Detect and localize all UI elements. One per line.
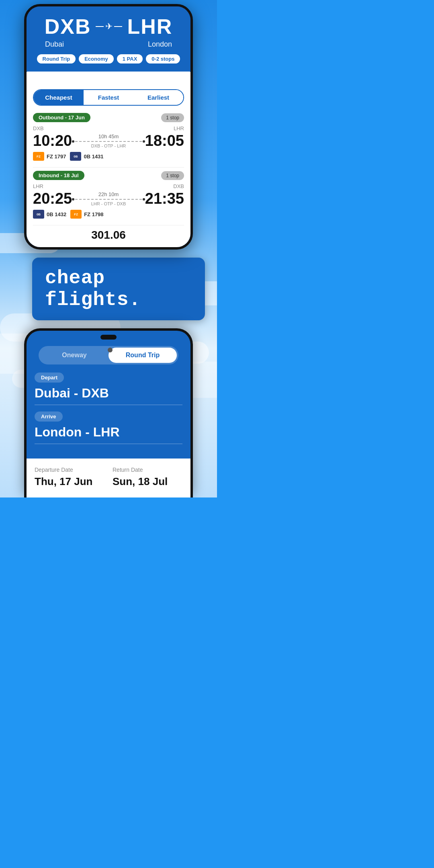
price-value: 301.06 xyxy=(91,229,126,241)
city-row: Dubai London xyxy=(33,40,184,49)
return-date-col[interactable]: Return Date Sun, 18 Jul xyxy=(113,467,182,488)
inbound-airports: LHR DXB xyxy=(33,183,184,189)
outbound-route: DXB - OTP - LHR xyxy=(72,143,145,148)
departure-date-value: Thu, 17 Jun xyxy=(35,475,104,488)
tab-earliest[interactable]: Earliest xyxy=(133,90,183,105)
form-section: Depart Dubai - DXB Arrive London - LHR xyxy=(27,373,190,459)
wave-divider xyxy=(27,72,190,84)
inbound-times: 20:25 22h 10m LHR - OTP - DXB 21:35 xyxy=(33,190,184,207)
inbound-airline-1: 0B 0B 1432 xyxy=(33,210,66,219)
plane-icon: ✈ xyxy=(96,21,122,32)
airports-row: DXB ✈ LHR xyxy=(33,14,184,39)
outbound-airports: DXB LHR xyxy=(33,125,184,131)
trip-option-oneway[interactable]: Oneway xyxy=(40,348,108,363)
origin-code: DXB xyxy=(45,14,91,39)
trip-toggle[interactable]: Oneway Round Trip xyxy=(39,346,178,364)
inbound-airline-2: FZ FZ 1798 xyxy=(70,210,103,219)
inbound-duration: 22h 10m xyxy=(72,191,145,197)
inbound-duration-info: 22h 10m LHR - OTP - DXB xyxy=(72,191,145,206)
phone1-header: DXB ✈ LHR Dubai London Round Trip Econom… xyxy=(27,6,190,72)
destination-city: London xyxy=(148,40,172,49)
price-preview: 301.06 xyxy=(33,225,184,247)
tarom-logo-2: 0B xyxy=(33,210,44,219)
outbound-label: Outbound - 17 Jun xyxy=(33,113,90,122)
outbound-airline-2: 0B 0B 1431 xyxy=(70,152,103,161)
flydubai-logo-2: FZ xyxy=(70,210,82,219)
middle-section: cheap flights. xyxy=(0,246,217,328)
filter-tabs: Cheapest Fastest Earliest xyxy=(33,89,184,106)
tab-cheapest[interactable]: Cheapest xyxy=(34,90,84,105)
cheap-flights-box: cheap flights. xyxy=(32,258,205,320)
trip-option-roundtrip[interactable]: Round Trip xyxy=(108,348,177,363)
return-date-value: Sun, 18 Jul xyxy=(113,475,182,488)
inbound-arrive: 21:35 xyxy=(145,190,184,207)
cabin-tag[interactable]: Economy xyxy=(79,54,114,63)
phone1: DXB ✈ LHR Dubai London Round Trip Econom… xyxy=(24,4,193,250)
arrive-field[interactable]: Arrive London - LHR xyxy=(35,411,182,444)
departure-date-col[interactable]: Departure Date Thu, 17 Jun xyxy=(35,467,104,488)
arrive-value[interactable]: London - LHR xyxy=(35,425,182,444)
outbound-flight-card[interactable]: Outbound - 17 Jun 1 stop DXB LHR 10:20 1… xyxy=(33,113,184,161)
pax-tag[interactable]: 1 PAX xyxy=(117,54,143,63)
flydubai-logo: FZ xyxy=(33,152,44,161)
toggle-indicator xyxy=(108,348,113,352)
cheap-flights-text: cheap flights. xyxy=(45,267,192,311)
inbound-header: Inbound - 18 Jul 1 stop xyxy=(33,171,184,180)
inbound-from: LHR xyxy=(33,183,43,189)
phone2-notch xyxy=(100,335,117,340)
depart-label: Depart xyxy=(35,373,64,383)
outbound-stops: 1 stop xyxy=(161,113,184,122)
inbound-flight-card[interactable]: Inbound - 18 Jul 1 stop LHR DXB 20:25 22… xyxy=(33,171,184,219)
depart-field[interactable]: Depart Dubai - DXB xyxy=(35,373,182,405)
inbound-label: Inbound - 18 Jul xyxy=(33,171,84,180)
departure-date-label: Departure Date xyxy=(35,467,104,473)
return-date-label: Return Date xyxy=(113,467,182,473)
trip-type-tag[interactable]: Round Trip xyxy=(37,54,76,63)
destination-code: LHR xyxy=(127,14,172,39)
inbound-airlines: 0B 0B 1432 FZ FZ 1798 xyxy=(33,210,184,219)
outbound-duration: 10h 45m xyxy=(72,133,145,139)
outbound-header: Outbound - 17 Jun 1 stop xyxy=(33,113,184,122)
arrive-label: Arrive xyxy=(35,411,63,422)
tags-row: Round Trip Economy 1 PAX 0-2 stops xyxy=(33,54,184,63)
outbound-from: DXB xyxy=(33,125,44,131)
inbound-flight-1: 0B 1432 xyxy=(47,211,66,217)
outbound-duration-info: 10h 45m DXB - OTP - LHR xyxy=(72,133,145,148)
stops-tag[interactable]: 0-2 stops xyxy=(146,54,180,63)
outbound-times: 10:20 10h 45m DXB - OTP - LHR 18:05 xyxy=(33,132,184,149)
outbound-airline-1: FZ FZ 1797 xyxy=(33,152,66,161)
inbound-flight-2: FZ 1798 xyxy=(84,211,103,217)
outbound-flight-1: FZ 1797 xyxy=(47,154,66,160)
depart-value[interactable]: Dubai - DXB xyxy=(35,386,182,405)
dates-row: Departure Date Thu, 17 Jun Return Date S… xyxy=(35,467,182,488)
inbound-stops: 1 stop xyxy=(161,171,184,180)
origin-city: Dubai xyxy=(45,40,64,49)
outbound-airlines: FZ FZ 1797 0B 0B 1431 xyxy=(33,152,184,161)
results-area: Cheapest Fastest Earliest Outbound - 17 … xyxy=(27,84,190,247)
outbound-depart: 10:20 xyxy=(33,132,72,149)
dates-section: Departure Date Thu, 17 Jun Return Date S… xyxy=(27,459,190,497)
tab-fastest[interactable]: Fastest xyxy=(84,90,133,105)
inbound-depart: 20:25 xyxy=(33,190,72,207)
inbound-to: DXB xyxy=(173,183,184,189)
phone2: Oneway Round Trip Depart Dubai - DXB Arr… xyxy=(24,328,193,497)
tarom-logo: 0B xyxy=(70,152,81,161)
inbound-route: LHR - OTP - DXB xyxy=(72,201,145,206)
outbound-to: LHR xyxy=(174,125,184,131)
outbound-flight-2: 0B 1431 xyxy=(84,154,103,160)
outbound-arrive: 18:05 xyxy=(145,132,184,149)
